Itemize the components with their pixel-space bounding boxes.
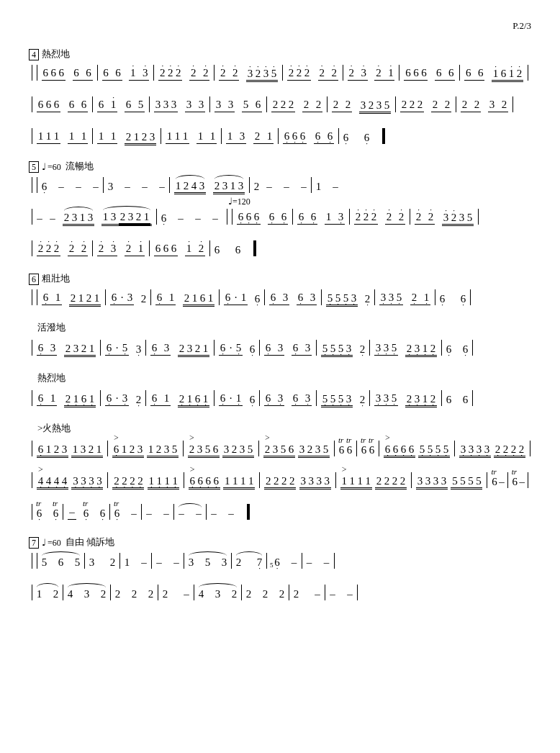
music-row: 12 432 222 2– 432 222 2– –– (29, 585, 531, 600)
music-row: 6––– 3––– 12432313 2––– 1– (29, 177, 531, 193)
tempo-note-icon (42, 161, 46, 173)
music-row: 565 32 1– –– 353 27 56– –– (29, 553, 531, 569)
music-row: 61231321 61231235 23563235 23563235 66 6… (29, 441, 531, 456)
music-row: 612121 6·32 612161 6·16 6363 55532 33521… (29, 289, 531, 305)
tempo-note-icon (42, 537, 46, 549)
music-row: 632321 6·53 632321 6·56 6363 55532 33523… (29, 340, 531, 356)
section-7-header: 7 =60 自由 傾訴地 (29, 536, 531, 549)
section-4-header: 4 熱烈地 (29, 48, 531, 60)
expr-ardent: 熱烈地 (37, 371, 531, 384)
section-5-header: 5 =60 流暢地 (29, 160, 531, 173)
music-row: 66666 6165 33333 3356 22222 223235 22222… (29, 96, 531, 112)
section-7-box: 7 (29, 537, 39, 549)
tempo-change: =120 (228, 196, 250, 207)
section-5-box: 5 (29, 161, 39, 173)
section-6-expression: 粗壯地 (42, 272, 70, 285)
page-number: P.2/3 (29, 20, 531, 32)
section-4-expression: 熱烈地 (42, 48, 70, 60)
music-row: 11111 112123 11111 1321 66666 66 (29, 128, 531, 144)
section-7-tempo: =60 (48, 538, 61, 549)
music-row: 66 –66 6– –– –– –– (29, 504, 531, 520)
music-row: –– 2313132321 6––– =120 66666 6613 22222… (29, 209, 531, 225)
music-row: 66666 6613 22222 223235 22222 2321 66666… (29, 65, 531, 81)
music-row: 44443333 22221111 66661111 22223333 1111… (29, 472, 531, 488)
section-7-expression: 自由 傾訴地 (66, 536, 114, 549)
music-row: 22222 2321 66612 66 (29, 240, 531, 256)
section-6-box: 6 (29, 274, 39, 285)
grace-note: 5 (270, 562, 274, 569)
expr-fiery: >火熱地 (37, 422, 531, 435)
section-6-header: 6 粗壯地 (29, 272, 531, 285)
section-4-box: 4 (29, 49, 39, 60)
section-5-expression: 流暢地 (66, 160, 94, 173)
expr-lively: 活潑地 (37, 321, 531, 334)
music-row: 612161 6·32 612161 6·16 6363 55532 33523… (29, 390, 531, 406)
section-5-tempo: =60 (48, 162, 61, 173)
